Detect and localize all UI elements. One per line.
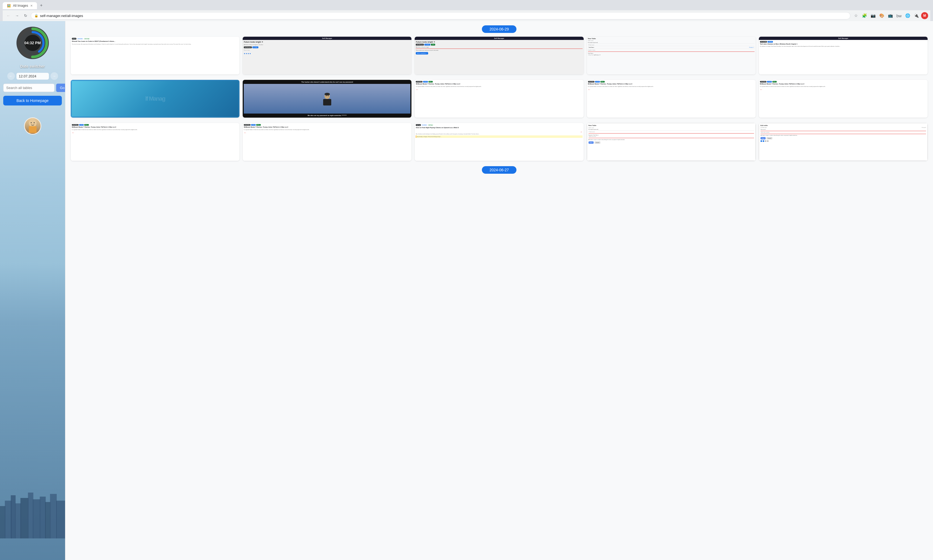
news-tag-date: 8.3.2024 xyxy=(423,81,428,83)
date-section-2: lf Manag The hacker who doesn't understa… xyxy=(71,80,928,118)
image-card-news-4[interactable]: Internet News 8.3.2024 News ⬥ MrBeast Be… xyxy=(71,123,239,161)
sm-title-1: Future looks bright ✦ xyxy=(244,41,410,43)
sm-screenshot-2: Self Manager Future looks bright ✦ Self … xyxy=(415,37,583,74)
edit-table-priority-label: Priority:0 xyxy=(922,127,926,128)
news-arrow-3: ← xyxy=(760,88,927,91)
sm-tag-date-1: 9.9.2024 xyxy=(253,46,258,48)
edit-dot-1 xyxy=(760,140,762,142)
image-card-news-2[interactable]: Internet News 8.3.2024 News ⬥ MrBeast Be… xyxy=(587,80,756,118)
news-tags-2: Internet News 8.3.2024 News ⬥ xyxy=(588,81,754,83)
image-card-upwork[interactable]: My Tag 8.3.2024 $43% ▶ How to Find High-… xyxy=(415,123,583,161)
user-avatar-container xyxy=(24,117,41,135)
media-button[interactable]: 📺 xyxy=(887,12,894,19)
card-inner-new-table: New Table Table name Description(optiona… xyxy=(587,123,756,161)
length-label: Length of value xyxy=(588,49,754,51)
card-inner-3: Self Manager Future looks bright ✦ Self … xyxy=(415,37,583,74)
image-card-3[interactable]: Self Manager Future looks bright ✦ Self … xyxy=(415,37,583,74)
edit-dot-4 xyxy=(767,140,769,142)
image-card-2[interactable]: Self Manager Future looks bright ✦ Add t… xyxy=(243,37,412,74)
image-card-new-table[interactable]: New Table Table name Description(optiona… xyxy=(587,123,756,161)
card-inner-upwork: My Tag 8.3.2024 $43% ▶ How to Find High-… xyxy=(415,123,583,161)
techblog-tags: Tech news May 9.06.2024 xyxy=(760,41,927,43)
news-body-1: In a special edition of internet news wh… xyxy=(416,86,582,88)
new-table-save-btn: Save xyxy=(589,142,594,144)
photos-button[interactable]: 🎨 xyxy=(878,12,885,19)
camera-button[interactable]: 📷 xyxy=(869,12,877,19)
new-tab-button[interactable]: + xyxy=(37,2,45,9)
back-nav-button[interactable]: ← xyxy=(5,12,12,19)
svg-rect-1 xyxy=(5,501,12,538)
image-card-4[interactable]: New Table Table name Description(optiona… xyxy=(587,37,756,74)
bookmark-button[interactable]: ☆ xyxy=(852,12,860,19)
city-silhouette-svg xyxy=(0,485,65,538)
task-name-2: Task Name xyxy=(588,52,754,54)
svg-point-18 xyxy=(31,122,32,123)
active-tab[interactable]: 🖼️ All Images ✕ xyxy=(3,2,37,9)
new-table-red-line-1 xyxy=(589,133,754,134)
image-card-news-1[interactable]: Internet News 8.3.2024 News ⬥ MrBeast Be… xyxy=(415,80,583,118)
edit-dots-row xyxy=(760,140,926,142)
reload-button[interactable]: ↻ xyxy=(22,12,29,19)
tab-close-icon[interactable]: ✕ xyxy=(30,4,33,8)
card-inner-edit-table: Edit table Self Manager Priority:0 Task … xyxy=(759,123,928,161)
sm-body-1: Future looks bright ✦ Add titles of all … xyxy=(243,40,412,74)
techblog-logo: Self Manager xyxy=(838,37,848,39)
extensions-button[interactable]: 🧩 xyxy=(861,12,868,19)
image-card-meme[interactable]: The hacker who doesn't understand why he… xyxy=(243,80,412,118)
sm-rows-label: Add titles of all your images xyxy=(416,46,582,48)
browser-chrome: 🖼️ All Images ✕ + ← → ↻ 🔒 self-manager.n… xyxy=(0,0,933,21)
sm-row-1: Row of rows xyxy=(244,49,410,51)
card-inner-meme: The hacker who doesn't understand why he… xyxy=(243,80,412,118)
field-label: ✦ New Field xyxy=(588,54,594,55)
avatar-face xyxy=(25,118,40,134)
forward-nav-button[interactable]: → xyxy=(14,12,20,19)
user-avatar-button[interactable]: M xyxy=(921,12,928,19)
sm-tag-2: Self Manager xyxy=(416,44,424,46)
secure-icon: 🔒 xyxy=(34,14,39,17)
news-3-tag-date: 8.3.2024 xyxy=(767,81,772,83)
meme-person-svg xyxy=(321,92,334,106)
date-section-3: Internet News 8.3.2024 News ⬥ MrBeast Be… xyxy=(71,123,928,161)
new-table-red-line-2 xyxy=(589,138,754,138)
task-name-label: ✦ Task name xyxy=(588,44,754,46)
news-screenshot-2: Internet News 8.3.2024 News ⬥ MrBeast Be… xyxy=(587,80,756,118)
edit-table-task-name: Task name xyxy=(760,129,926,130)
task-name-row: Task Name Priority 0: xyxy=(588,46,754,49)
go-button[interactable]: Go xyxy=(56,84,65,92)
priority-cell: Priority 0: xyxy=(749,47,754,48)
logo-bg: lf Manag xyxy=(72,81,238,117)
clock-widget: 04:32 PM xyxy=(15,25,50,60)
new-table-name-label: Table name xyxy=(589,127,754,128)
meme-bottom-text: Me who set my password as eight asterisk… xyxy=(244,114,410,117)
sm-tag-count: +23% xyxy=(431,44,435,46)
meme-screenshot: The hacker who doesn't understand why he… xyxy=(243,80,412,118)
bw-button[interactable]: bw xyxy=(895,12,903,19)
card-inner-2: Self Manager Future looks bright ✦ Add t… xyxy=(243,37,412,74)
new-table-add-field: ✦ Add new field xyxy=(589,136,754,137)
extensions2-button[interactable]: 🔌 xyxy=(913,12,920,19)
puzzle-button[interactable]: 🌐 xyxy=(904,12,911,19)
image-card-edit-table[interactable]: Edit table Self Manager Priority:0 Task … xyxy=(759,123,928,161)
article-title: Should You Learn to Code in 2024? (Freel… xyxy=(72,40,238,43)
news-body-4: In a special edition of internet news wh… xyxy=(72,129,238,131)
date-input[interactable] xyxy=(17,73,49,80)
image-card-5[interactable]: Self Manager Tech news May 9.06.2024 Tec… xyxy=(759,37,928,74)
new-table-title: New Table xyxy=(589,125,754,126)
date-next-button[interactable]: → xyxy=(51,72,58,80)
image-card-1[interactable]: Board 9.06.2024 $24.94 ▶ Should You Lear… xyxy=(71,37,239,74)
svg-point-24 xyxy=(324,93,330,95)
news-screenshot-3: Internet News 8.3.2024 News ⬥ MrBeast Be… xyxy=(759,80,928,118)
image-card-news-3[interactable]: Internet News 8.3.2024 News ⬥ MrBeast Be… xyxy=(759,80,928,118)
address-bar[interactable]: 🔒 self-manager.net/all-images xyxy=(31,12,850,19)
date-prev-button[interactable]: ← xyxy=(7,72,15,80)
back-to-homepage-button[interactable]: Back to Homepage xyxy=(3,96,62,106)
techblog-screenshot: Self Manager Tech news May 9.06.2024 Tec… xyxy=(759,37,928,74)
content-area: 2024-06-29 Board 9.06.2024 $24.94 ▶ Shou… xyxy=(65,21,933,560)
image-card-logo[interactable]: lf Manag xyxy=(71,80,239,118)
search-input[interactable] xyxy=(3,84,54,92)
image-card-news-5[interactable]: Internet News 8.3.2024 News ⬥ MrBeast Be… xyxy=(243,123,412,161)
news-arrow-1: ← xyxy=(416,88,582,91)
news-title-4: MrBeast Beats T-Series, Trump Joins TikT… xyxy=(72,126,238,128)
news-5-tag-internet: Internet News xyxy=(244,124,251,126)
date-section-bottom: 2024-06-27 xyxy=(71,166,928,174)
